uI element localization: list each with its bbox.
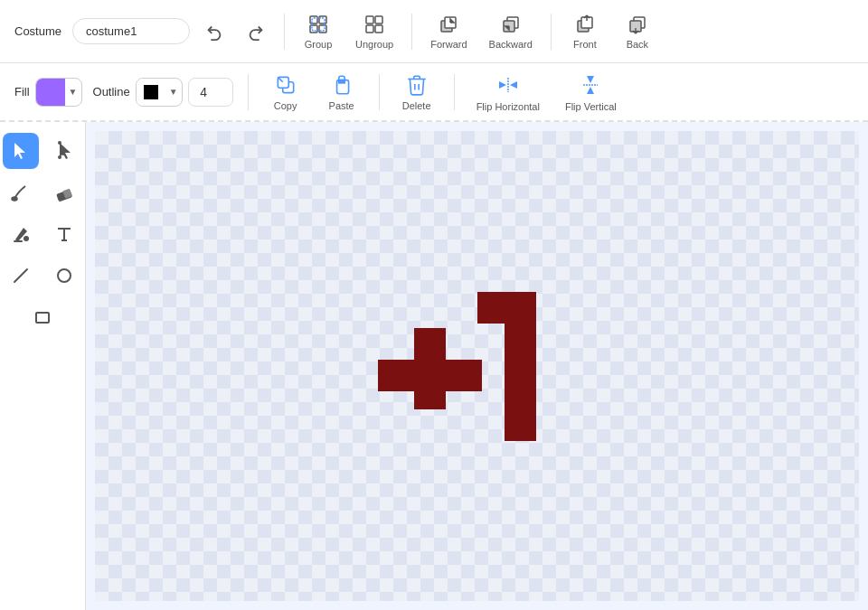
svg-rect-3 (319, 25, 326, 33)
svg-marker-25 (14, 143, 25, 159)
front-label: Front (573, 39, 597, 50)
paste-label: Paste (329, 100, 354, 111)
canvas-area[interactable] (86, 122, 868, 610)
back-label: Back (627, 39, 648, 50)
fill-group: Fill ▼ (14, 78, 82, 107)
svg-rect-8 (375, 25, 382, 33)
fill-tool-button[interactable] (3, 216, 39, 252)
svg-point-28 (58, 155, 61, 159)
flip-v-label: Flip Vertical (565, 101, 617, 112)
outline-label: Outline (93, 85, 130, 99)
outline-color-button[interactable]: ▼ (136, 78, 183, 107)
group-button[interactable]: Group (296, 10, 341, 53)
svg-rect-1 (319, 16, 326, 23)
svg-rect-2 (310, 25, 317, 33)
canvas-drawing (378, 274, 577, 455)
separator1 (284, 14, 285, 50)
svg-rect-20 (338, 80, 344, 82)
svg-marker-21 (499, 81, 506, 89)
fill-color-swatch (36, 78, 65, 107)
tool-row-5 (24, 299, 61, 335)
delete-label: Delete (402, 100, 431, 111)
undo-button[interactable] (197, 18, 231, 45)
svg-point-29 (61, 152, 65, 155)
svg-rect-34 (14, 240, 23, 242)
svg-rect-7 (366, 25, 373, 33)
separator2 (411, 14, 412, 50)
svg-point-36 (58, 269, 71, 282)
redo-button[interactable] (239, 18, 273, 45)
separator3 (551, 14, 552, 50)
svg-marker-24 (587, 87, 594, 94)
checkerboard-bg (95, 131, 859, 601)
main-area (0, 122, 868, 610)
fill-dropdown-arrow: ▼ (65, 87, 81, 97)
tool-row-2 (3, 174, 82, 211)
fill-color-button[interactable]: ▼ (35, 78, 82, 107)
svg-rect-37 (36, 313, 49, 323)
back-button[interactable]: Back (615, 10, 660, 53)
text-tool-button[interactable] (46, 216, 82, 252)
flip-v-button[interactable]: Flip Vertical (558, 69, 624, 116)
tool-row-3 (3, 216, 82, 252)
svg-rect-6 (375, 16, 382, 23)
costume-label: Costume (14, 24, 61, 38)
svg-rect-41 (477, 292, 509, 324)
separator6 (454, 74, 455, 110)
svg-rect-39 (378, 360, 482, 391)
toolbar-row2: Fill ▼ Outline ▼ Copy Pas (0, 63, 868, 122)
ungroup-label: Ungroup (355, 39, 393, 50)
forward-label: Forward (430, 39, 467, 50)
svg-point-30 (12, 197, 17, 201)
separator4 (248, 74, 249, 110)
svg-marker-22 (510, 81, 517, 89)
svg-rect-40 (505, 292, 536, 441)
costume-name-input[interactable] (72, 18, 190, 44)
svg-rect-0 (310, 16, 317, 23)
backward-button[interactable]: Backward (482, 10, 540, 53)
left-sidebar (0, 122, 86, 610)
svg-rect-5 (366, 16, 373, 23)
copy-label: Copy (274, 100, 297, 111)
fill-label: Fill (14, 85, 30, 99)
copy-button[interactable]: Copy (263, 70, 308, 115)
svg-point-33 (24, 236, 29, 241)
forward-button[interactable]: Forward (423, 10, 474, 53)
drawing-content (378, 274, 577, 458)
outline-color-swatch (137, 78, 165, 107)
backward-label: Backward (489, 39, 533, 50)
rect-tool-button[interactable] (24, 299, 61, 335)
paste-button[interactable]: Paste (319, 70, 364, 115)
separator5 (379, 74, 380, 110)
svg-point-27 (58, 141, 61, 145)
outline-dropdown-arrow: ▼ (165, 87, 182, 97)
line-tool-button[interactable] (3, 258, 39, 294)
delete-button[interactable]: Delete (394, 70, 439, 115)
toolbar-row1: Costume Group Ungroup (0, 0, 868, 63)
eraser-tool-button[interactable] (46, 174, 82, 211)
svg-line-35 (14, 269, 27, 282)
tool-row-1 (3, 133, 82, 169)
flip-h-label: Flip Horizontal (476, 101, 540, 112)
outline-width-input[interactable] (188, 78, 233, 107)
tool-row-4 (3, 258, 82, 294)
flip-h-button[interactable]: Flip Horizontal (469, 69, 547, 116)
reshape-tool-button[interactable] (46, 133, 82, 169)
select-tool-button[interactable] (3, 133, 39, 169)
circle-tool-button[interactable] (46, 258, 82, 294)
brush-tool-button[interactable] (3, 174, 39, 211)
group-label: Group (305, 39, 333, 50)
svg-marker-23 (587, 76, 594, 83)
svg-rect-4 (312, 18, 325, 31)
outline-group: Outline ▼ (93, 78, 233, 107)
ungroup-button[interactable]: Ungroup (348, 10, 401, 53)
front-button[interactable]: Front (562, 10, 608, 53)
